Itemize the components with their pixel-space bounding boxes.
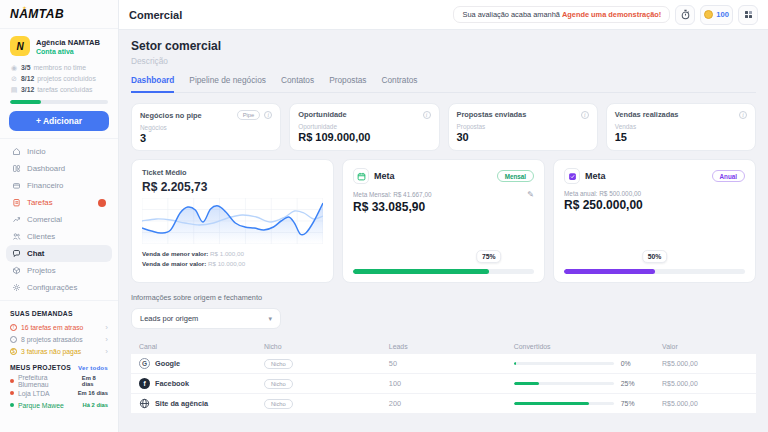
pipe-badge: Pipe — [237, 110, 261, 120]
see-all-link[interactable]: Ver todos — [78, 364, 108, 371]
ticket-chart — [142, 198, 323, 244]
chevron-down-icon: ▾ — [268, 315, 272, 323]
info-icon[interactable]: i — [423, 111, 431, 119]
progress-tooltip: 75% — [476, 250, 502, 263]
trial-banner[interactable]: Sua avaliação acaba amanhã Agende uma de… — [453, 6, 670, 23]
stat-tasks: ▤ 3/12 tarefas concluídas — [10, 84, 108, 95]
demand-item-projects[interactable]: · 8 projetos atrasados › — [10, 333, 108, 345]
sidebar-item-financeiro[interactable]: Financeiro — [6, 177, 112, 194]
leads-table: Canal Nicho Leads Convertidos Valor GGoo… — [131, 338, 756, 413]
content: Setor comercial Descrição Dashboard Pipe… — [119, 30, 768, 432]
target-icon — [564, 168, 580, 184]
table-row-facebook[interactable]: fFacebook Nicho 100 25% R$5.000,00 — [131, 374, 756, 393]
project-name: Prefeitura Blumenau — [18, 374, 78, 388]
demands-section: SUAS DEMANDAS ! 16 tarefas em atraso › ·… — [0, 300, 118, 415]
timer-button[interactable] — [675, 5, 695, 25]
info-icon[interactable]: i — [739, 111, 747, 119]
apps-grid-button[interactable] — [738, 5, 758, 25]
progress-tooltip: 50% — [642, 250, 668, 263]
chevron-right-icon: › — [105, 347, 108, 356]
meta-value: R$ 33.085,90 — [353, 200, 534, 214]
projects-title-row: MEUS PROJETOS Ver todos — [10, 364, 108, 371]
status-dot — [10, 379, 14, 383]
stat-value: 3/12 — [21, 86, 34, 93]
project-item[interactable]: Loja LTDA Em 16 dias — [10, 387, 108, 399]
sidebar-item-chat[interactable]: Chat — [6, 245, 112, 262]
workspace-avatar: N — [10, 36, 30, 56]
workspace-status: Conta ativa — [36, 48, 100, 55]
stat-label: projetos concluídos — [37, 75, 96, 82]
commercial-icon — [12, 215, 21, 224]
calendar-icon — [353, 168, 369, 184]
coin-count: 100 — [716, 10, 729, 19]
sidebar-item-projetos[interactable]: Projetos — [6, 262, 112, 279]
info-icon[interactable]: i — [581, 111, 589, 119]
sidebar-item-clientes[interactable]: Clientes — [6, 228, 112, 245]
wallet-icon — [12, 181, 21, 190]
alert-icon: ! — [10, 324, 17, 331]
sidebar-item-dashboard[interactable]: Dashboard — [6, 160, 112, 177]
project-name: Parque Mawee — [18, 402, 64, 409]
project-due: Em 8 dias — [82, 375, 108, 387]
tab-dashboard[interactable]: Dashboard — [131, 75, 174, 93]
trial-cta-link[interactable]: Agende uma demonstração! — [562, 10, 661, 19]
anual-badge: Anual — [712, 170, 746, 182]
kpi-value: 30 — [457, 131, 589, 143]
kpi-value: R$ 109.000,00 — [298, 131, 430, 143]
table-row-site[interactable]: Site da agência Nicho 200 75% R$5.000,00 — [131, 394, 756, 413]
mensal-badge: Mensal — [497, 170, 534, 182]
clipboard-icon: ▤ — [10, 86, 18, 94]
page-title: Setor comercial — [131, 39, 756, 53]
demand-item-invoices[interactable]: $ 3 faturas não pagas › — [10, 345, 108, 357]
status-dot — [10, 403, 14, 407]
home-icon — [12, 147, 21, 156]
project-item[interactable]: Parque Mawee Há 2 dias — [10, 399, 108, 411]
meta-anual-card: Meta Anual Meta anual: R$ 500.000,00 R$ … — [553, 159, 756, 283]
kpi-vendas: Vendas realizadas i Vendas 15 — [606, 103, 756, 151]
clock-icon: · — [10, 336, 17, 343]
project-item[interactable]: Prefeitura Blumenau Em 8 dias — [10, 375, 108, 387]
star-icon: ✦ — [22, 4, 27, 11]
meta-mensal-card: Meta Mensal Meta Mensal: R$ 41.667,00 ✎ … — [342, 159, 545, 283]
tab-propostas[interactable]: Propostas — [329, 75, 366, 92]
tab-contratos[interactable]: Contratos — [382, 75, 418, 92]
invoice-icon: $ — [10, 348, 17, 355]
kpi-row: Negócios no pipe Pipe i Negócios 3 Oport… — [131, 103, 756, 151]
tab-bar: Dashboard Pipeline de negócios Contatos … — [131, 75, 756, 93]
main-area: Comercial Sua avaliação acaba amanhã Age… — [119, 0, 768, 432]
brand-logo: NAMTAB ✦ — [0, 0, 118, 28]
sidebar-menu: Início Dashboard Financeiro Tarefas Come… — [0, 139, 118, 300]
sidebar-item-tarefas[interactable]: Tarefas — [6, 194, 112, 211]
person-icon: ◉ — [10, 64, 18, 72]
tab-pipeline[interactable]: Pipeline de negócios — [189, 75, 266, 92]
info-icon[interactable]: i — [264, 111, 272, 119]
coins-button[interactable]: 100 — [700, 5, 733, 25]
stat-value: 8/12 — [21, 75, 34, 82]
workspace-stats: ◉ 3/5 membros no time ⊘ 8/12 projetos co… — [0, 60, 118, 95]
grid-icon — [745, 11, 752, 18]
stat-projects: ⊘ 8/12 projetos concluídos — [10, 73, 108, 84]
stat-members: ◉ 3/5 membros no time — [10, 62, 108, 73]
sidebar-item-configuracoes[interactable]: Configurações — [6, 279, 112, 296]
demand-item-tasks[interactable]: ! 16 tarefas em atraso › — [10, 321, 108, 333]
page-description[interactable]: Descrição — [131, 56, 756, 66]
add-button[interactable]: + Adicionar — [9, 111, 109, 131]
tarefas-badge — [98, 199, 106, 207]
tab-contatos[interactable]: Contatos — [281, 75, 314, 92]
workspace-progress-fill — [10, 100, 41, 104]
check-circle-icon: ⊘ — [10, 75, 18, 83]
sidebar: NAMTAB ✦ N Agência NAMTAB Conta ativa ◉ … — [0, 0, 119, 432]
ticket-legend: Venda de menor valor: R$ 1.000,00 Venda … — [142, 249, 323, 268]
sidebar-item-inicio[interactable]: Início — [6, 143, 112, 160]
workspace-card[interactable]: N Agência NAMTAB Conta ativa — [0, 29, 118, 60]
table-row-google[interactable]: GGoogle Nicho 50 0% R$5.000,00 — [131, 354, 756, 373]
coin-icon — [704, 10, 713, 19]
sidebar-item-comercial[interactable]: Comercial — [6, 211, 112, 228]
edit-icon[interactable]: ✎ — [527, 190, 534, 199]
leads-origin-select[interactable]: Leads por origem ▾ — [131, 308, 281, 329]
chat-icon — [12, 249, 21, 258]
meta-progress-bar — [564, 269, 745, 274]
ticket-value: R$ 2.205,73 — [142, 180, 323, 194]
niche-badge: Nicho — [264, 379, 293, 389]
origins-section: Informações sobre origem e fechamento Le… — [131, 293, 756, 413]
